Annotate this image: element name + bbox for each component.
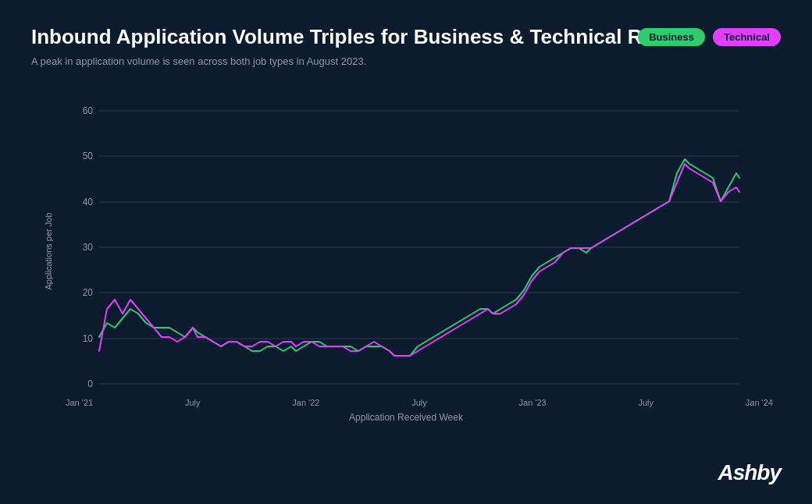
- legend-technical: Technical: [713, 28, 781, 46]
- chart-wrapper: 0 10 20 30 40 50 60: [66, 80, 773, 395]
- x-label-jan22: Jan '22: [292, 398, 319, 407]
- svg-text:60: 60: [83, 105, 94, 116]
- page-container: Inbound Application Volume Triples for B…: [0, 0, 812, 504]
- ashby-logo: Ashby: [718, 460, 781, 485]
- x-label-jul21: July: [185, 398, 201, 407]
- x-axis-title: Application Received Week: [31, 412, 781, 423]
- svg-text:10: 10: [83, 333, 94, 344]
- svg-text:30: 30: [83, 242, 94, 253]
- legend: Business Technical: [638, 28, 781, 46]
- x-label-jul22: July: [411, 398, 427, 407]
- business-line: [99, 159, 739, 356]
- technical-line: [99, 164, 739, 356]
- svg-text:20: 20: [83, 287, 94, 298]
- svg-text:0: 0: [87, 378, 93, 389]
- svg-text:50: 50: [83, 151, 94, 161]
- legend-technical-label: Technical: [724, 31, 770, 43]
- x-label-jan21: Jan '21: [66, 398, 93, 407]
- chart-area: Applications per Job 0 10 20 30 40: [31, 80, 781, 423]
- chart-svg: 0 10 20 30 40 50 60: [66, 80, 773, 392]
- svg-text:40: 40: [83, 197, 94, 208]
- legend-business-label: Business: [649, 31, 694, 43]
- y-axis-label: Applications per Job: [44, 213, 53, 290]
- x-label-jan23: Jan '23: [519, 398, 547, 407]
- chart-subtitle: A peak in application volume is seen acr…: [31, 55, 781, 67]
- x-label-jul23: July: [638, 398, 654, 407]
- x-label-jan24: Jan '24: [746, 398, 773, 407]
- legend-business: Business: [638, 28, 705, 46]
- x-axis-labels: Jan '21 July Jan '22 July Jan '23 July J…: [66, 398, 773, 407]
